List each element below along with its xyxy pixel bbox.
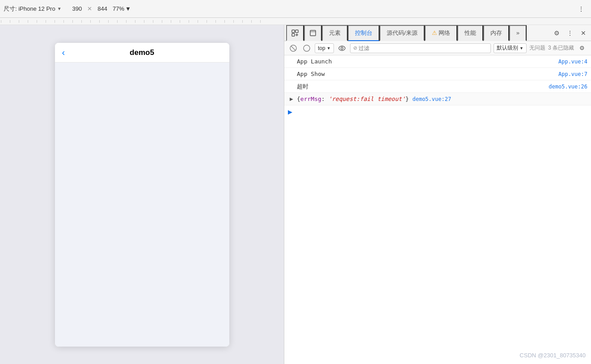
console-obj-display: {errMsg: 'request:fail timeout'} — [297, 96, 409, 102]
console-row-app-show: ▶ App Show App.vue:7 — [284, 68, 591, 80]
console-row-text-timeout: 超时 — [297, 83, 545, 91]
phone-back-button[interactable]: ‹ — [62, 47, 65, 58]
devtools-tab-icons: ⚙ ⋮ ✕ — [551, 27, 589, 39]
device-panel: ‹ demo5 — [0, 25, 284, 364]
console-filter-area[interactable]: ⊘ — [350, 43, 491, 53]
zoom-dropdown-arrow: ▼ — [125, 5, 131, 12]
expand-button-object[interactable]: ▶ — [288, 96, 295, 103]
top-toolbar: 尺寸: iPhone 12 Pro ▼ 390 ✕ 844 77% ▼ ⋮ — [0, 0, 591, 18]
svg-point-9 — [341, 47, 343, 49]
tab-memory[interactable]: 内存 — [483, 25, 509, 41]
device-dropdown-arrow: ▼ — [57, 6, 62, 11]
console-filter-input[interactable] — [359, 45, 488, 51]
tab-device[interactable] — [304, 25, 322, 41]
console-row-link-object[interactable]: demo5.vue:27 — [412, 96, 451, 102]
console-settings-button[interactable]: ⚙ — [577, 43, 587, 54]
console-cursor[interactable]: ▶ — [288, 109, 292, 115]
svg-point-7 — [304, 45, 310, 51]
devtools-more-button[interactable]: ⋮ — [564, 27, 576, 39]
phone-title: demo5 — [130, 48, 154, 57]
console-row-text-app-show: App Show — [297, 71, 555, 77]
console-no-issues: 无问题 — [529, 44, 545, 52]
phone-content — [55, 63, 229, 347]
devtools-close-button[interactable]: ✕ — [578, 27, 589, 39]
main-layout: ‹ demo5 元素 — [0, 25, 591, 364]
level-dropdown-arrow: ▼ — [519, 46, 523, 50]
console-row-text-app-launch: App Launch — [297, 58, 555, 65]
device-width: 390 — [72, 5, 82, 12]
zoom-value: 77% — [113, 5, 124, 12]
devtools-settings-button[interactable]: ⚙ — [551, 27, 562, 39]
tab-console[interactable]: 控制台 — [348, 25, 380, 41]
console-level-selector[interactable]: 默认级别 ▼ — [494, 43, 527, 53]
console-row-link-app-launch[interactable]: App.vue:4 — [558, 59, 587, 65]
tab-network[interactable]: ⚠网络 — [425, 25, 457, 41]
console-context-selector[interactable]: top ▼ — [315, 43, 334, 53]
console-row-object: ▶ {errMsg: 'request:fail timeout'} demo5… — [284, 93, 591, 105]
phone-frame: ‹ demo5 — [55, 43, 229, 347]
console-context-label: top — [318, 45, 325, 51]
svg-rect-0 — [292, 30, 295, 33]
console-toolbar: top ▼ ⊘ 默认级别 ▼ 无问题 3 条已隐藏 ⚙ — [284, 41, 591, 55]
console-cursor-row: ▶ — [284, 105, 591, 118]
phone-header: ‹ demo5 — [55, 43, 229, 63]
console-block-button[interactable] — [301, 43, 312, 54]
console-content: ▶ App Launch App.vue:4 ▶ App Show App.vu… — [284, 55, 591, 364]
toolbar-more-button[interactable]: ⋮ — [575, 3, 587, 15]
cross-separator: ✕ — [87, 5, 92, 12]
tab-performance[interactable]: 性能 — [457, 25, 483, 41]
svg-point-8 — [339, 46, 345, 50]
context-dropdown-arrow: ▼ — [327, 46, 331, 50]
device-height: 844 — [97, 5, 107, 12]
filter-icon: ⊘ — [353, 45, 357, 51]
svg-rect-3 — [310, 30, 316, 36]
svg-line-6 — [291, 46, 296, 50]
devtools-tab-bar: 元素 控制台 源代码/来源 ⚠网络 性能 内存 » ⚙ ⋮ ✕ — [284, 25, 591, 41]
svg-rect-1 — [296, 30, 298, 33]
network-warning-icon: ⚠ — [432, 29, 437, 36]
tab-more[interactable]: » — [509, 25, 527, 41]
toolbar-icons: ⋮ — [575, 3, 587, 15]
tab-selector[interactable] — [286, 25, 304, 41]
device-selector[interactable]: 尺寸: iPhone 12 Pro ▼ — [4, 5, 62, 13]
ruler-bar — [0, 18, 591, 25]
zoom-selector[interactable]: 77% ▼ — [113, 5, 131, 12]
console-row-timeout: ▶ 超时 demo5.vue:26 — [284, 80, 591, 93]
console-row-app-launch: ▶ App Launch App.vue:4 — [284, 55, 591, 68]
console-row-link-app-show[interactable]: App.vue:7 — [558, 71, 587, 77]
console-row-link-timeout[interactable]: demo5.vue:26 — [549, 84, 587, 90]
console-eye-button[interactable] — [337, 43, 347, 54]
console-hidden-count: 3 条已隐藏 — [548, 44, 574, 52]
tab-elements[interactable]: 元素 — [322, 25, 348, 41]
tab-sources[interactable]: 源代码/来源 — [380, 25, 425, 41]
devtools-panel: 元素 控制台 源代码/来源 ⚠网络 性能 内存 » ⚙ ⋮ ✕ — [284, 25, 591, 364]
console-level-label: 默认级别 — [497, 44, 518, 52]
svg-rect-2 — [292, 33, 295, 36]
device-label: 尺寸: iPhone 12 Pro — [4, 5, 55, 13]
console-clear-button[interactable] — [288, 43, 299, 54]
